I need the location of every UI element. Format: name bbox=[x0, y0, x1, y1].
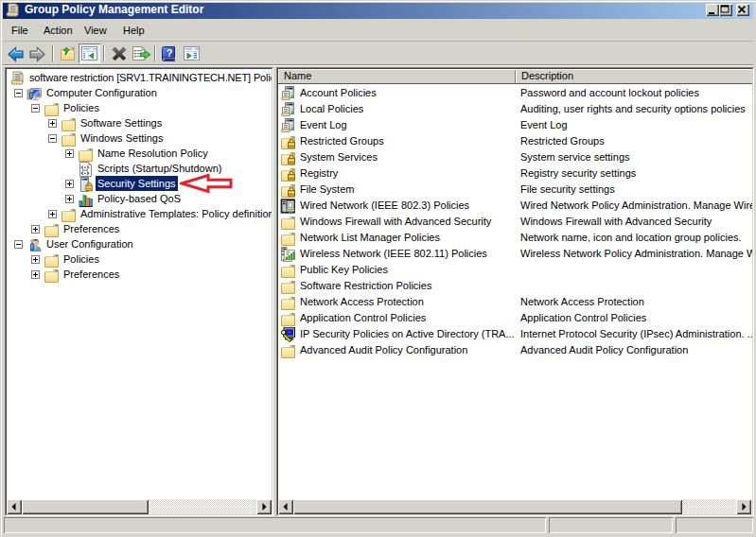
svg-text:?: ? bbox=[167, 47, 173, 59]
